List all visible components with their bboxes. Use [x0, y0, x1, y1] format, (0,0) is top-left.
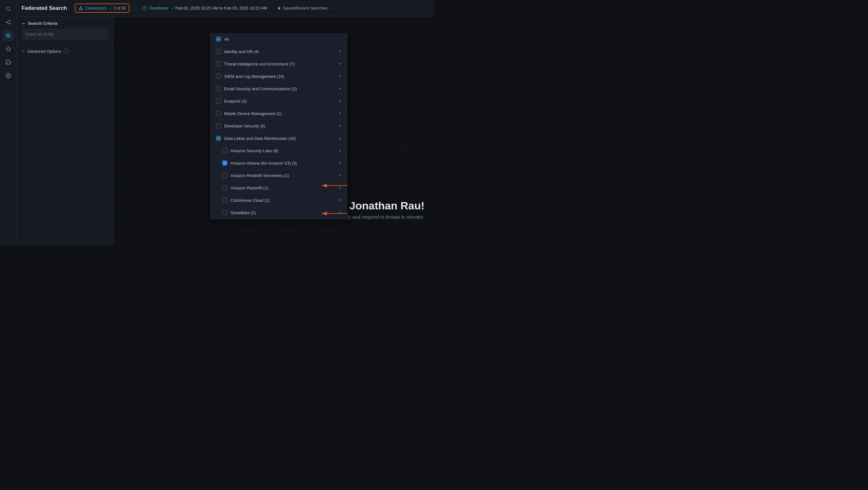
- chevron-endpoint: ▼: [338, 99, 342, 103]
- saved-searches-chevron-icon: [330, 7, 333, 10]
- chevron-amazon-redshift-s: ▼: [338, 173, 342, 177]
- dropdown-item-endpoint[interactable]: Endpoint (3) ▼: [211, 95, 347, 107]
- clock-icon: [143, 6, 147, 10]
- checkbox-mobile[interactable]: [216, 111, 221, 116]
- connectors-chevron-icon: [108, 7, 111, 10]
- advanced-options-header[interactable]: Advanced Options i: [22, 48, 108, 54]
- dropdown-item-amazon-redshift-label: Amazon Redshift (1): [230, 186, 335, 190]
- dropdown-item-amazon-sec-lake-label: Amazon Security Lake (8): [230, 149, 335, 153]
- checkbox-email-sec[interactable]: [216, 86, 221, 91]
- dropdown-item-snowflake[interactable]: Snowflake (2) ▼: [211, 206, 347, 219]
- sidebar-icon-graph[interactable]: [3, 17, 14, 28]
- header: Federated Search Connectors 3 of 56 Time…: [17, 0, 434, 17]
- checkbox-identity-hr[interactable]: [216, 49, 221, 54]
- dropdown-item-email-sec-label: Email Security and Communications (2): [224, 87, 335, 91]
- dropdown-item-snowflake-label: Snowflake (2): [230, 210, 335, 215]
- svg-line-1: [9, 10, 10, 11]
- dropdown-item-amazon-athena[interactable]: Amazon Athena (for Amazon S3) (3) ▼: [211, 157, 347, 169]
- dropdown-item-mobile-label: Mobile Device Management (1): [224, 111, 335, 116]
- chevron-email-sec: ▼: [338, 87, 342, 91]
- advanced-options-section: Advanced Options i: [17, 44, 113, 58]
- saved-searches-button[interactable]: ★ Saved/Recent Searches: [275, 4, 335, 12]
- header-divider-1: [134, 4, 135, 12]
- connectors-label: Connectors: [85, 6, 106, 10]
- svg-marker-11: [6, 47, 10, 51]
- dropdown-item-all-label: All: [224, 37, 342, 42]
- checkbox-endpoint[interactable]: [216, 99, 221, 104]
- main-area: Federated Search Connectors 3 of 56 Time…: [17, 0, 434, 245]
- timeframe-range: Feb 02, 2025 10:22 AM to Feb 03, 2025 10…: [176, 6, 267, 10]
- sidebar-icon-puzzle[interactable]: [3, 57, 14, 68]
- svg-line-16: [80, 7, 81, 9]
- chevron-mobile: ▼: [338, 111, 342, 116]
- checkbox-all[interactable]: [216, 37, 221, 42]
- left-panel: Search Criteria Select an Entity Advance…: [17, 17, 114, 245]
- dropdown-item-clickhouse[interactable]: ClickHouse Cloud (1) ▼: [211, 194, 347, 206]
- timeframe-label: Timeframe: [149, 6, 168, 10]
- svg-line-8: [9, 37, 10, 37]
- chevron-amazon-athena: ▼: [338, 161, 342, 165]
- advanced-options-label: Advanced Options: [27, 49, 61, 54]
- search-criteria-header[interactable]: Search Criteria: [22, 21, 108, 26]
- dropdown-item-amazon-athena-label: Amazon Athena (for Amazon S3) (3): [230, 161, 335, 166]
- svg-point-12: [7, 75, 9, 76]
- checkbox-amazon-redshift[interactable]: [222, 185, 227, 190]
- checkbox-snowflake[interactable]: [222, 210, 227, 215]
- sidebar: [0, 0, 17, 245]
- search-criteria-label: Search Criteria: [28, 21, 58, 26]
- checkbox-threat-intel[interactable]: [216, 61, 221, 66]
- search-criteria-section: Search Criteria Select an Entity: [17, 17, 113, 44]
- dropdown-item-all[interactable]: All: [211, 33, 347, 45]
- dropdown-item-identity-hr[interactable]: Identity and HR (4) ▼: [211, 45, 347, 58]
- chevron-threat-intel: ▼: [338, 62, 342, 66]
- search-criteria-chevron-icon: [22, 22, 25, 25]
- dropdown-item-amazon-sec-lake[interactable]: Amazon Security Lake (8) ▼: [211, 144, 347, 157]
- svg-point-2: [6, 22, 7, 23]
- svg-point-0: [6, 7, 10, 10]
- svg-point-3: [9, 20, 10, 21]
- dropdown-item-amazon-redshift-s[interactable]: Amazon Redshift Serverless (1) ▼: [211, 169, 347, 182]
- sidebar-icon-search[interactable]: [3, 3, 14, 14]
- connectors-button[interactable]: Connectors 3 of 56: [75, 3, 129, 13]
- chevron-snowflake: ▼: [338, 211, 342, 215]
- dropdown-item-data-lakes[interactable]: Data Lakes and Data Warehouses (16) ▲: [211, 132, 347, 144]
- right-area: Value Case-sensitive: [114, 17, 434, 245]
- chevron-data-lakes: ▲: [338, 136, 342, 140]
- chevron-amazon-redshift: ▼: [338, 186, 342, 190]
- checkbox-siem[interactable]: [216, 74, 221, 79]
- connectors-count: 3 of 56: [114, 6, 126, 10]
- dropdown-item-email-sec[interactable]: Email Security and Communications (2) ▼: [211, 83, 347, 95]
- dropdown-item-clickhouse-label: ClickHouse Cloud (1): [230, 198, 335, 203]
- checkbox-amazon-athena[interactable]: [222, 161, 227, 166]
- dropdown-item-mobile[interactable]: Mobile Device Management (1) ▼: [211, 107, 347, 120]
- dropdown-item-amazon-redshift[interactable]: Amazon Redshift (1) ▼: [211, 182, 347, 194]
- chevron-dev-sec: ▼: [338, 124, 342, 128]
- page-title: Federated Search: [22, 5, 67, 11]
- timeframe-button[interactable]: Timeframe Feb 02, 2025 10:22 AM to Feb 0…: [140, 4, 270, 12]
- advanced-options-info-icon[interactable]: i: [64, 48, 69, 54]
- checkbox-amazon-sec-lake[interactable]: [222, 148, 227, 153]
- connectors-dropdown: All Identity and HR (4) ▼ Threat Intelli…: [211, 33, 347, 219]
- svg-line-5: [7, 21, 9, 23]
- chevron-clickhouse: ▼: [338, 198, 342, 202]
- dropdown-item-threat-intel-label: Threat Intelligence and Enrichment (7): [224, 62, 335, 66]
- dropdown-item-siem[interactable]: SIEM and Log Management (16) ▼: [211, 70, 347, 83]
- sidebar-icon-star[interactable]: [3, 43, 14, 55]
- checkbox-amazon-redshift-s[interactable]: [222, 173, 227, 178]
- entity-select-placeholder: Select an Entity: [25, 32, 54, 37]
- star-icon: ★: [277, 6, 281, 10]
- timeframe-chevron-icon: [170, 7, 174, 10]
- svg-point-24: [400, 143, 404, 146]
- checkbox-dev-sec[interactable]: [216, 123, 221, 128]
- saved-searches-label: Saved/Recent Searches: [283, 6, 328, 10]
- dropdown-item-threat-intel[interactable]: Threat Intelligence and Enrichment (7) ▼: [211, 58, 347, 70]
- svg-line-17: [81, 7, 82, 9]
- entity-select[interactable]: Select an Entity: [22, 29, 108, 39]
- checkbox-clickhouse[interactable]: [222, 198, 227, 203]
- sidebar-icon-federated[interactable]: [3, 30, 14, 41]
- dropdown-item-identity-hr-label: Identity and HR (4): [224, 49, 335, 54]
- svg-line-6: [7, 22, 9, 24]
- checkbox-data-lakes[interactable]: [216, 136, 221, 141]
- sidebar-icon-settings[interactable]: [3, 70, 14, 81]
- dropdown-item-dev-sec[interactable]: Developer Security (6) ▼: [211, 120, 347, 132]
